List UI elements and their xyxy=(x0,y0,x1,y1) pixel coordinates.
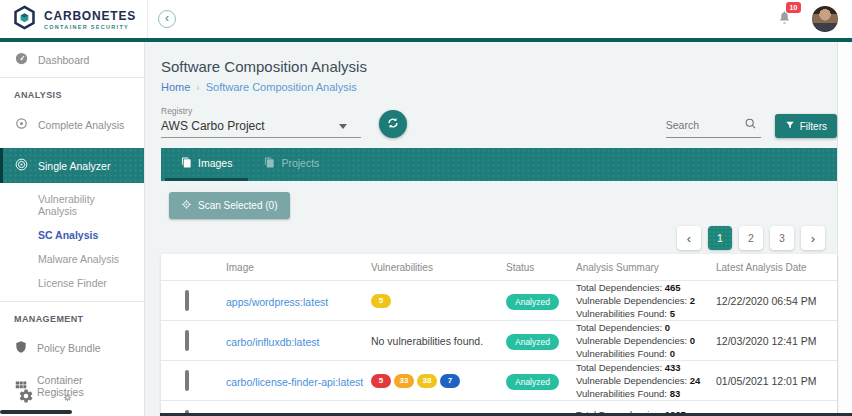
row-checkbox[interactable] xyxy=(185,290,189,311)
tab-projects[interactable]: Projects xyxy=(248,148,335,181)
images-document-icon xyxy=(181,157,192,170)
vulnerability-badges: 5 xyxy=(371,294,506,308)
projects-document-icon xyxy=(264,157,275,170)
sidebar-item-label: Dashboard xyxy=(38,54,89,66)
registry-label: Registry xyxy=(161,106,361,116)
column-header-vulnerabilities: Vulnerabilities xyxy=(371,262,506,273)
vulnerability-count-badge-low: 7 xyxy=(440,374,460,388)
notifications-button[interactable]: 10 xyxy=(777,10,792,29)
funnel-icon xyxy=(785,120,795,132)
filters-button[interactable]: Filters xyxy=(775,114,837,138)
sync-icon xyxy=(386,116,400,133)
analysis-summary: Total Dependencies: 433 Vulnerable Depen… xyxy=(576,361,716,400)
pagination-page-2[interactable]: 2 xyxy=(739,226,763,250)
table-row: apps/wordpress:latest 5 Analyzed Total D… xyxy=(161,280,837,320)
sidebar-item-label: Policy Bundle xyxy=(37,342,101,354)
scan-button-label: Scan Selected (0) xyxy=(198,200,278,211)
latest-analysis-date: 12/03/2020 12:41 PM xyxy=(716,335,837,347)
sidebar-item-label: Complete Analysis xyxy=(38,119,124,131)
concentric-circles-icon xyxy=(14,157,29,174)
sidebar-horizontal-scrollbar[interactable] xyxy=(0,410,72,414)
analysis-summary: Total Dependencies: 0 Vulnerable Depende… xyxy=(576,321,716,360)
bell-icon xyxy=(777,11,792,28)
target-icon xyxy=(14,116,29,133)
sidebar-subitem-license-finder[interactable]: License Finder xyxy=(0,271,144,295)
controls-row: Registry AWS Carbo Project xyxy=(161,106,837,138)
scan-target-icon xyxy=(181,199,192,212)
vulnerability-text: No vulnerabilities found. xyxy=(371,335,483,347)
sidebar-item-policy-bundle[interactable]: Policy Bundle xyxy=(0,331,144,365)
page-title: Software Composition Analysis xyxy=(161,58,367,75)
column-header-latest-analysis-date: Latest Analysis Date xyxy=(716,262,837,273)
vulnerability-count-badge-critical: 5 xyxy=(371,374,391,388)
table-row: carbo/influxdb:latest No vulnerabilities… xyxy=(161,320,837,360)
breadcrumb-separator-icon: › xyxy=(196,82,199,93)
image-link[interactable]: carbo/influxdb:latest xyxy=(226,336,319,348)
shield-icon xyxy=(14,340,28,356)
carbonetes-hexagon-logo-icon xyxy=(12,5,37,34)
latest-analysis-date: 12/22/2020 06:54 PM xyxy=(716,295,837,307)
status-badge: Analyzed xyxy=(506,334,559,350)
breadcrumb-home-link[interactable]: Home xyxy=(161,81,190,93)
sidebar-section-management: MANAGEMENT xyxy=(0,302,144,331)
sidebar-collapse-button[interactable]: ‹ xyxy=(158,10,176,28)
registry-selected-value: AWS Carbo Project xyxy=(161,119,265,133)
app-window: { "colors": { "teal_primary": "#1e7c7a",… xyxy=(0,0,852,416)
sidebar-item-label: Single Analyzer xyxy=(38,160,110,172)
sidebar-subitem-sc-analysis[interactable]: SC Analysis xyxy=(0,223,144,247)
search-icon xyxy=(744,116,757,134)
logo-subtitle: CONTAINER SECURITY xyxy=(44,24,136,30)
tab-label: Projects xyxy=(281,157,319,169)
user-avatar[interactable] xyxy=(812,6,838,32)
pagination-page-3[interactable]: 3 xyxy=(770,226,794,250)
tab-label: Images xyxy=(198,157,232,169)
sidebar-item-dashboard[interactable]: Dashboard xyxy=(0,42,144,77)
registry-select[interactable]: Registry AWS Carbo Project xyxy=(161,106,361,138)
single-analyzer-subnav: Vulnerability Analysis SC Analysis Malwa… xyxy=(0,183,144,301)
status-badge: Analyzed xyxy=(506,294,559,310)
breadcrumb: Home › Software Composition Analysis xyxy=(161,81,357,93)
results-table: Image Vulnerabilities Status Analysis Su… xyxy=(161,254,837,416)
image-link[interactable]: carbo/license-finder-api:latest xyxy=(226,376,363,388)
scan-selected-button[interactable]: Scan Selected (0) xyxy=(169,192,290,219)
settings-small-gear-icon[interactable] xyxy=(62,389,73,407)
pagination: ‹ 1 2 3 › xyxy=(161,226,837,250)
settings-gear-icon[interactable] xyxy=(18,388,34,408)
image-link[interactable]: apps/wordpress:latest xyxy=(226,296,328,308)
status-badge: Analyzed xyxy=(506,374,559,390)
search-field xyxy=(666,116,761,138)
sidebar-subitem-vulnerability-analysis[interactable]: Vulnerability Analysis xyxy=(0,187,144,223)
column-header-analysis-summary: Analysis Summary xyxy=(576,262,716,273)
refresh-registry-button[interactable] xyxy=(379,110,407,138)
column-header-image: Image xyxy=(226,262,371,273)
table-row: carbo/license-finder-api:latest 533387 A… xyxy=(161,360,837,400)
pagination-prev-button[interactable]: ‹ xyxy=(677,226,701,250)
sidebar-section-analysis: ANALYSIS xyxy=(0,78,144,107)
latest-analysis-date: 01/05/2021 12:01 PM xyxy=(716,375,837,387)
vulnerability-badges: No vulnerabilities found. xyxy=(371,335,506,347)
vulnerability-badges: 533387 xyxy=(371,374,506,388)
notification-count-badge: 10 xyxy=(786,2,801,13)
filters-button-label: Filters xyxy=(800,121,827,132)
main-content: Software Composition Analysis Home › Sof… xyxy=(145,42,852,416)
right-gutter xyxy=(837,42,852,416)
top-navbar: CARBONETES CONTAINER SECURITY ‹ 10 xyxy=(0,0,852,42)
search-input[interactable] xyxy=(666,119,744,131)
row-checkbox[interactable] xyxy=(185,330,189,351)
row-checkbox[interactable] xyxy=(185,370,189,391)
sidebar-subitem-malware-analysis[interactable]: Malware Analysis xyxy=(0,247,144,271)
analysis-summary: Total Dependencies: 465 Vulnerable Depen… xyxy=(576,281,716,320)
tab-images[interactable]: Images xyxy=(165,148,248,181)
vulnerability-count-badge-medium: 5 xyxy=(371,294,391,308)
chevron-down-icon xyxy=(339,124,347,129)
logo-title: CARBONETES xyxy=(44,9,136,23)
pagination-page-1[interactable]: 1 xyxy=(708,226,732,250)
vulnerability-count-badge-high: 33 xyxy=(394,374,414,388)
column-header-status: Status xyxy=(506,262,576,273)
brand-logo: CARBONETES CONTAINER SECURITY xyxy=(0,0,148,38)
sidebar-item-complete-analysis[interactable]: Complete Analysis xyxy=(0,107,144,142)
breadcrumb-current: Software Composition Analysis xyxy=(206,81,357,93)
sidebar: Dashboard ANALYSIS Complete Analysis Sin… xyxy=(0,42,145,416)
sidebar-item-single-analyzer[interactable]: Single Analyzer xyxy=(0,148,144,183)
pagination-next-button[interactable]: › xyxy=(801,226,825,250)
